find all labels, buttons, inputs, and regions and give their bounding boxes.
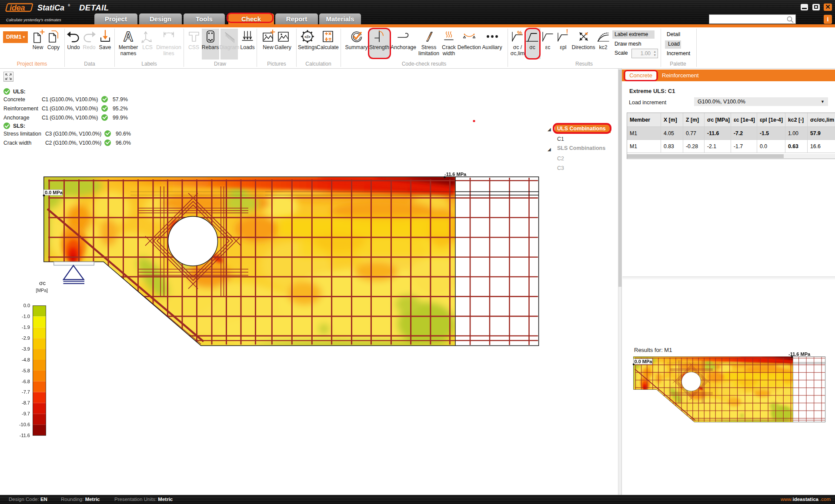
svg-text:-7.7: -7.7 <box>22 389 30 395</box>
svg-text:%: % <box>517 30 522 36</box>
svg-text:-11.6 MPa: -11.6 MPa <box>444 172 467 177</box>
svg-text:-1.0: -1.0 <box>22 314 30 319</box>
svg-text:[MPa]: [MPa] <box>36 288 48 293</box>
svg-text:®: ® <box>68 4 70 7</box>
svg-text:-11.6 MPa: -11.6 MPa <box>788 351 811 357</box>
svg-text:</>: </> <box>304 34 311 39</box>
svg-text:-1.9: -1.9 <box>22 325 30 330</box>
svg-text:A: A <box>124 29 133 44</box>
svg-text:0.0 MPa: 0.0 MPa <box>45 190 63 195</box>
svg-text:σc: σc <box>39 280 46 286</box>
svg-text:0.0 MPa: 0.0 MPa <box>635 359 653 364</box>
svg-text:-2.9: -2.9 <box>22 335 30 341</box>
svg-text:0.0: 0.0 <box>23 303 30 308</box>
svg-text:Calculate yesterday's estimate: Calculate yesterday's estimates <box>6 18 61 22</box>
svg-text:-4.8: -4.8 <box>22 357 30 362</box>
svg-text:-3.9: -3.9 <box>22 346 30 351</box>
svg-text:!: ! <box>566 29 568 35</box>
svg-text:-11.6: -11.6 <box>20 433 30 438</box>
svg-text:idea: idea <box>10 3 25 12</box>
svg-text:StatiCa: StatiCa <box>37 3 64 12</box>
svg-text:-8.7: -8.7 <box>22 400 30 405</box>
svg-text:-5.8: -5.8 <box>22 368 30 373</box>
svg-text:DETAIL: DETAIL <box>79 3 109 12</box>
svg-text:-9.7: -9.7 <box>22 411 30 416</box>
svg-text:-6.8: -6.8 <box>22 379 30 384</box>
svg-text:-10.6: -10.6 <box>19 422 30 427</box>
